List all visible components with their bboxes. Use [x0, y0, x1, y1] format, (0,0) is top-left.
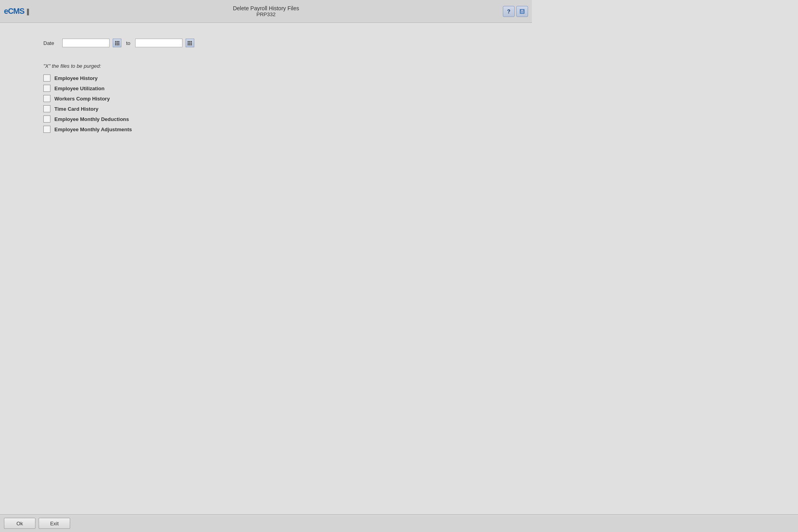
list-item: Time Card History: [43, 105, 489, 112]
info-icon: [519, 9, 525, 14]
purge-section: "X" the files to be purged: Employee His…: [43, 63, 489, 133]
employee-monthly-adjustments-checkbox[interactable]: [43, 126, 50, 133]
date-to-input[interactable]: [135, 39, 182, 47]
employee-monthly-adjustments-label: Employee Monthly Adjustments: [54, 126, 132, 132]
header-buttons: ?: [503, 6, 528, 17]
page-code: PRP332: [233, 11, 299, 17]
list-item: Workers Comp History: [43, 95, 489, 102]
employee-utilization-checkbox[interactable]: [43, 85, 50, 92]
svg-rect-2: [521, 11, 524, 11]
to-label: to: [126, 40, 130, 46]
header-center: Delete Payroll History Files PRP332: [233, 5, 299, 17]
list-item: Employee Monthly Deductions: [43, 115, 489, 123]
time-card-history-checkbox[interactable]: [43, 105, 50, 112]
employee-history-label: Employee History: [54, 75, 98, 81]
employee-utilization-label: Employee Utilization: [54, 86, 104, 91]
calendar-from-button[interactable]: [113, 39, 121, 47]
main-content: Date to "X" the files to be purged: Empl…: [0, 23, 532, 152]
employee-monthly-deductions-label: Employee Monthly Deductions: [54, 116, 129, 122]
date-label: Date: [43, 40, 59, 46]
svg-rect-1: [521, 10, 523, 11]
employee-history-checkbox[interactable]: [43, 74, 50, 82]
app-logo: eCMS▐: [4, 7, 29, 16]
list-item: Employee Monthly Adjustments: [43, 126, 489, 133]
list-item: Employee Utilization: [43, 85, 489, 92]
time-card-history-label: Time Card History: [54, 106, 99, 112]
purge-instruction: "X" the files to be purged:: [43, 63, 489, 69]
help-button[interactable]: ?: [503, 6, 515, 17]
header: eCMS▐ Delete Payroll History Files PRP33…: [0, 0, 532, 23]
workers-comp-history-checkbox[interactable]: [43, 95, 50, 102]
date-from-input[interactable]: [62, 39, 110, 47]
svg-rect-4: [521, 13, 524, 13]
date-row: Date to: [43, 39, 489, 47]
info-button[interactable]: [516, 6, 528, 17]
page-title: Delete Payroll History Files: [233, 5, 299, 11]
calendar-to-button[interactable]: [186, 39, 194, 47]
svg-rect-3: [521, 12, 524, 12]
list-item: Employee History: [43, 74, 489, 82]
workers-comp-history-label: Workers Comp History: [54, 96, 110, 102]
employee-monthly-deductions-checkbox[interactable]: [43, 115, 50, 123]
